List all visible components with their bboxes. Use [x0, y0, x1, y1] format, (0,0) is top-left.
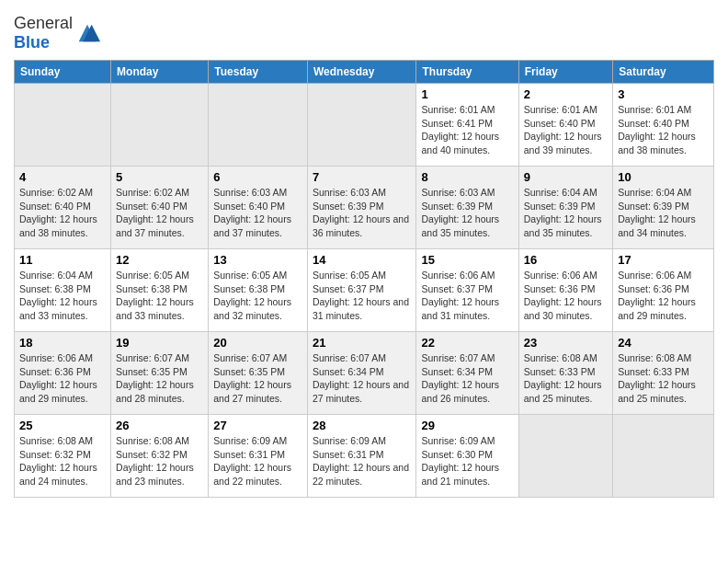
day-number: 15: [421, 253, 513, 267]
day-info: Sunrise: 6:08 AM Sunset: 6:33 PM Dayligh…: [524, 351, 608, 406]
calendar-cell: 19Sunrise: 6:07 AM Sunset: 6:35 PM Dayli…: [111, 332, 209, 415]
day-number: 8: [421, 170, 513, 184]
day-number: 27: [213, 419, 302, 432]
day-number: 7: [313, 170, 412, 184]
day-info: Sunrise: 6:01 AM Sunset: 6:40 PM Dayligh…: [524, 103, 608, 157]
day-info: Sunrise: 6:04 AM Sunset: 6:39 PM Dayligh…: [524, 186, 608, 240]
day-number: 16: [524, 253, 608, 267]
calendar-cell: 27Sunrise: 6:09 AM Sunset: 6:31 PM Dayli…: [209, 415, 308, 498]
week-row-1: 4Sunrise: 6:02 AM Sunset: 6:40 PM Daylig…: [15, 167, 714, 249]
day-number: 14: [313, 253, 412, 267]
day-info: Sunrise: 6:06 AM Sunset: 6:36 PM Dayligh…: [19, 351, 106, 406]
day-info: Sunrise: 6:05 AM Sunset: 6:38 PM Dayligh…: [213, 269, 302, 323]
day-info: Sunrise: 6:01 AM Sunset: 6:40 PM Dayligh…: [618, 103, 709, 157]
day-info: Sunrise: 6:08 AM Sunset: 6:32 PM Dayligh…: [19, 434, 106, 488]
day-number: 13: [213, 253, 302, 267]
calendar-cell: 24Sunrise: 6:08 AM Sunset: 6:33 PM Dayli…: [613, 332, 714, 415]
calendar-cell: 8Sunrise: 6:03 AM Sunset: 6:39 PM Daylig…: [416, 167, 518, 249]
calendar-cell: [209, 84, 308, 167]
calendar-cell: [613, 415, 714, 498]
day-info: Sunrise: 6:06 AM Sunset: 6:36 PM Dayligh…: [524, 269, 608, 323]
day-number: 24: [618, 336, 709, 350]
calendar-cell: 28Sunrise: 6:09 AM Sunset: 6:31 PM Dayli…: [307, 415, 416, 498]
week-row-3: 18Sunrise: 6:06 AM Sunset: 6:36 PM Dayli…: [15, 332, 714, 415]
calendar-cell: 17Sunrise: 6:06 AM Sunset: 6:36 PM Dayli…: [613, 249, 714, 332]
calendar-cell: [111, 84, 209, 167]
day-number: 19: [116, 336, 203, 350]
day-number: 3: [618, 87, 709, 101]
day-info: Sunrise: 6:05 AM Sunset: 6:38 PM Dayligh…: [116, 269, 203, 323]
logo-blue: Blue: [14, 33, 50, 52]
day-header-friday: Friday: [518, 61, 612, 84]
logo-wordmark: General Blue: [14, 14, 73, 52]
calendar-cell: 21Sunrise: 6:07 AM Sunset: 6:34 PM Dayli…: [307, 332, 416, 415]
day-info: Sunrise: 6:03 AM Sunset: 6:39 PM Dayligh…: [421, 186, 513, 240]
day-info: Sunrise: 6:06 AM Sunset: 6:36 PM Dayligh…: [618, 269, 709, 323]
day-number: 21: [313, 336, 412, 350]
logo-general: General: [14, 14, 73, 32]
calendar-cell: 15Sunrise: 6:06 AM Sunset: 6:37 PM Dayli…: [416, 249, 518, 332]
day-info: Sunrise: 6:02 AM Sunset: 6:40 PM Dayligh…: [19, 186, 106, 240]
calendar-cell: 29Sunrise: 6:09 AM Sunset: 6:30 PM Dayli…: [416, 415, 518, 498]
day-number: 12: [116, 253, 203, 267]
day-info: Sunrise: 6:07 AM Sunset: 6:34 PM Dayligh…: [313, 351, 412, 406]
day-info: Sunrise: 6:07 AM Sunset: 6:35 PM Dayligh…: [213, 351, 302, 406]
calendar-cell: 12Sunrise: 6:05 AM Sunset: 6:38 PM Dayli…: [111, 249, 209, 332]
day-number: 29: [421, 419, 513, 432]
day-number: 10: [618, 170, 709, 184]
calendar-table: SundayMondayTuesdayWednesdayThursdayFrid…: [14, 60, 714, 498]
logo: General Blue: [14, 14, 100, 52]
calendar-cell: 5Sunrise: 6:02 AM Sunset: 6:40 PM Daylig…: [111, 167, 209, 249]
calendar-cell: 16Sunrise: 6:06 AM Sunset: 6:36 PM Dayli…: [518, 249, 612, 332]
day-info: Sunrise: 6:08 AM Sunset: 6:32 PM Dayligh…: [116, 434, 203, 488]
calendar-cell: 20Sunrise: 6:07 AM Sunset: 6:35 PM Dayli…: [209, 332, 308, 415]
day-number: 17: [618, 253, 709, 267]
calendar-cell: 26Sunrise: 6:08 AM Sunset: 6:32 PM Dayli…: [111, 415, 209, 498]
day-number: 6: [213, 170, 302, 184]
day-info: Sunrise: 6:09 AM Sunset: 6:31 PM Dayligh…: [213, 434, 302, 488]
day-number: 1: [421, 87, 513, 101]
day-header-wednesday: Wednesday: [307, 61, 416, 84]
week-row-2: 11Sunrise: 6:04 AM Sunset: 6:38 PM Dayli…: [15, 249, 714, 332]
day-info: Sunrise: 6:09 AM Sunset: 6:30 PM Dayligh…: [421, 434, 513, 488]
calendar-cell: 23Sunrise: 6:08 AM Sunset: 6:33 PM Dayli…: [518, 332, 612, 415]
calendar-cell: [307, 84, 416, 167]
day-header-tuesday: Tuesday: [209, 61, 308, 84]
day-header-saturday: Saturday: [613, 61, 714, 84]
day-number: 4: [19, 170, 106, 184]
calendar-cell: 2Sunrise: 6:01 AM Sunset: 6:40 PM Daylig…: [518, 84, 612, 167]
day-info: Sunrise: 6:02 AM Sunset: 6:40 PM Dayligh…: [116, 186, 203, 240]
day-number: 26: [116, 419, 203, 432]
day-header-thursday: Thursday: [416, 61, 518, 84]
day-number: 18: [19, 336, 106, 350]
calendar-cell: 14Sunrise: 6:05 AM Sunset: 6:37 PM Dayli…: [307, 249, 416, 332]
day-number: 2: [524, 87, 608, 101]
day-info: Sunrise: 6:09 AM Sunset: 6:31 PM Dayligh…: [313, 434, 412, 488]
day-header-monday: Monday: [111, 61, 209, 84]
calendar-cell: 9Sunrise: 6:04 AM Sunset: 6:39 PM Daylig…: [518, 167, 612, 249]
day-info: Sunrise: 6:04 AM Sunset: 6:38 PM Dayligh…: [19, 269, 106, 323]
week-row-4: 25Sunrise: 6:08 AM Sunset: 6:32 PM Dayli…: [15, 415, 714, 498]
day-header-sunday: Sunday: [15, 61, 111, 84]
calendar-cell: 11Sunrise: 6:04 AM Sunset: 6:38 PM Dayli…: [15, 249, 111, 332]
calendar-cell: 18Sunrise: 6:06 AM Sunset: 6:36 PM Dayli…: [15, 332, 111, 415]
calendar-cell: 4Sunrise: 6:02 AM Sunset: 6:40 PM Daylig…: [15, 167, 111, 249]
calendar-cell: 25Sunrise: 6:08 AM Sunset: 6:32 PM Dayli…: [15, 415, 111, 498]
day-number: 25: [19, 419, 106, 432]
day-number: 11: [19, 253, 106, 267]
day-info: Sunrise: 6:07 AM Sunset: 6:35 PM Dayligh…: [116, 351, 203, 406]
calendar-cell: [15, 84, 111, 167]
calendar-cell: 3Sunrise: 6:01 AM Sunset: 6:40 PM Daylig…: [613, 84, 714, 167]
day-number: 23: [524, 336, 608, 350]
calendar-cell: 13Sunrise: 6:05 AM Sunset: 6:38 PM Dayli…: [209, 249, 308, 332]
day-number: 20: [213, 336, 302, 350]
day-info: Sunrise: 6:07 AM Sunset: 6:34 PM Dayligh…: [421, 351, 513, 406]
header: General Blue: [14, 9, 714, 52]
day-info: Sunrise: 6:05 AM Sunset: 6:37 PM Dayligh…: [313, 269, 412, 323]
day-number: 22: [421, 336, 513, 350]
header-row: SundayMondayTuesdayWednesdayThursdayFrid…: [15, 61, 714, 84]
calendar-cell: 6Sunrise: 6:03 AM Sunset: 6:40 PM Daylig…: [209, 167, 308, 249]
day-info: Sunrise: 6:01 AM Sunset: 6:41 PM Dayligh…: [421, 103, 513, 157]
calendar-body: 1Sunrise: 6:01 AM Sunset: 6:41 PM Daylig…: [15, 84, 714, 498]
day-number: 5: [116, 170, 203, 184]
